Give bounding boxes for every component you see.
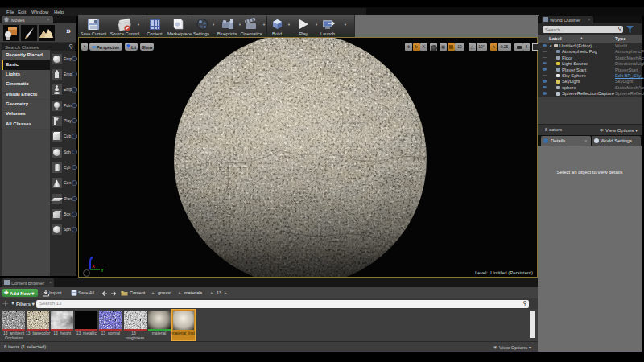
svg-text:Y: Y xyxy=(101,268,104,273)
svg-text:X: X xyxy=(92,264,95,269)
